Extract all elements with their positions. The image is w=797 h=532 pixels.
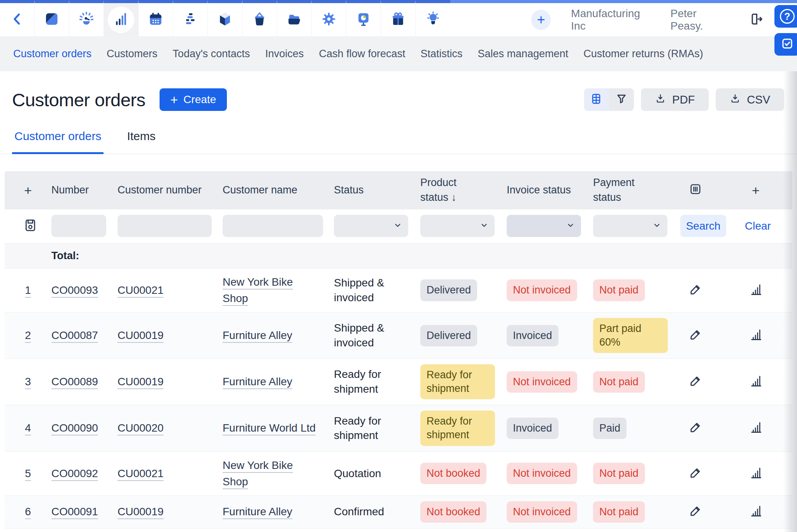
edit-order-button[interactable]: [672, 374, 719, 390]
row-index-link[interactable]: 2: [25, 327, 31, 344]
column-header-product-status[interactable]: Product status ↓: [420, 176, 483, 205]
app-tab-home[interactable]: [35, 0, 69, 36]
edit-order-button[interactable]: [672, 282, 719, 298]
column-header-customer-name[interactable]: Customer name: [215, 183, 326, 198]
status-filter-select[interactable]: [334, 215, 408, 237]
appbar-right-area: + Manufacturing Inc Peter Peasy.: [450, 0, 797, 36]
app-tab-settings[interactable]: [312, 0, 346, 36]
invoice-status-badge: Not invoiced: [507, 463, 577, 484]
nav-item-sales-management[interactable]: Sales management: [478, 48, 569, 60]
nav-item-invoices[interactable]: Invoices: [265, 48, 304, 60]
customer-name-link[interactable]: New York Bike Shop: [223, 274, 295, 307]
pencil-icon: [688, 420, 703, 436]
table-view-button[interactable]: [584, 88, 609, 111]
workspace-name[interactable]: Manufacturing Inc: [571, 7, 655, 32]
add-column-button[interactable]: +: [719, 183, 792, 198]
row-index-link[interactable]: 5: [25, 465, 31, 482]
nav-item-today-s-contacts[interactable]: Today's contacts: [173, 48, 250, 60]
table-row: 4 CO00090 CU00020 Furniture World Ltd Re…: [5, 405, 792, 451]
app-tab-documents[interactable]: [277, 0, 312, 36]
user-name[interactable]: Peter Peasy.: [671, 7, 730, 32]
edit-order-button[interactable]: [672, 465, 719, 482]
nav-item-customer-returns-rmas-[interactable]: Customer returns (RMAs): [583, 48, 703, 60]
customer-number-link[interactable]: CU00021: [118, 465, 163, 482]
row-index-link[interactable]: 6: [25, 504, 31, 520]
todo-button[interactable]: [774, 33, 797, 56]
filter-view-button[interactable]: [609, 88, 634, 111]
edit-order-button[interactable]: [672, 420, 719, 436]
customer-number-link[interactable]: CU00019: [118, 374, 163, 390]
total-row: Total:: [5, 243, 792, 268]
payment-status-filter-select[interactable]: [593, 215, 667, 237]
logout-button[interactable]: [748, 11, 764, 28]
number-filter-input[interactable]: [51, 215, 106, 237]
customer-name-link[interactable]: Furniture World Ltd: [223, 420, 316, 436]
add-workspace-button[interactable]: +: [531, 10, 551, 30]
order-number-link[interactable]: CO00093: [51, 282, 98, 298]
customer-name-link[interactable]: Furniture Alley: [223, 327, 292, 344]
app-tab-purchases[interactable]: [242, 0, 277, 36]
nav-item-customers[interactable]: Customers: [107, 48, 158, 60]
invoice-status-filter-select[interactable]: [507, 215, 581, 237]
app-tab-rewards[interactable]: [381, 0, 416, 36]
app-tab-presentations[interactable]: [346, 0, 381, 36]
customer-number-link[interactable]: CU00020: [118, 420, 163, 436]
column-header-status[interactable]: Status: [326, 183, 413, 198]
customer-name-link[interactable]: Furniture Alley: [223, 374, 292, 390]
module-nav: Customer ordersCustomersToday's contacts…: [0, 36, 797, 71]
order-report-button[interactable]: [719, 504, 792, 520]
payment-status-badge: Not paid: [593, 463, 645, 484]
order-number-link[interactable]: CO00092: [51, 465, 98, 482]
column-header-payment-status[interactable]: Payment status: [593, 176, 655, 205]
order-number-link[interactable]: CO00089: [51, 374, 98, 390]
clear-filters-link[interactable]: Clear: [719, 220, 792, 232]
order-report-button[interactable]: [719, 465, 792, 482]
customer-number-link[interactable]: CU00019: [118, 327, 163, 344]
help-button[interactable]: ?: [774, 5, 797, 28]
customer-number-link[interactable]: CU00021: [118, 282, 163, 298]
app-tab-dashboard[interactable]: [69, 0, 104, 36]
column-header-number[interactable]: Number: [44, 183, 110, 198]
row-index-link[interactable]: 3: [25, 374, 31, 390]
add-row-button[interactable]: +: [5, 183, 44, 198]
edit-order-button[interactable]: [672, 327, 719, 344]
app-tab-ideas[interactable]: [416, 0, 450, 36]
product-status-filter-select[interactable]: [420, 215, 495, 237]
invoice-status-badge: Not invoiced: [507, 279, 577, 301]
app-tab-tasks[interactable]: [173, 0, 208, 36]
order-report-button[interactable]: [719, 282, 792, 298]
create-button[interactable]: + Create: [160, 88, 227, 111]
customer-number-filter-input[interactable]: [118, 215, 212, 237]
app-tab-reports[interactable]: [104, 0, 139, 36]
settings-gear-icon: [320, 11, 337, 29]
nav-item-cash-flow-forecast[interactable]: Cash flow forecast: [319, 48, 405, 60]
order-report-button[interactable]: [719, 327, 792, 344]
order-number-link[interactable]: CO00087: [51, 327, 98, 344]
order-number-link[interactable]: CO00091: [51, 504, 98, 520]
customer-number-link[interactable]: CU00019: [118, 504, 163, 520]
columns-settings-button[interactable]: [672, 182, 719, 199]
tab-customer-orders[interactable]: Customer orders: [12, 130, 104, 154]
nav-item-customer-orders[interactable]: Customer orders: [13, 48, 91, 60]
column-header-customer-number[interactable]: Customer number: [110, 183, 215, 198]
csv-export-button[interactable]: CSV: [716, 88, 784, 111]
edit-order-button[interactable]: [672, 504, 719, 520]
order-status-text: Ready for shipment: [326, 367, 388, 397]
tab-items[interactable]: Items: [125, 130, 158, 154]
row-index-link[interactable]: 1: [25, 282, 31, 298]
app-tab-calendar[interactable]: [139, 0, 173, 36]
pdf-export-button[interactable]: PDF: [641, 88, 709, 111]
order-number-link[interactable]: CO00090: [51, 420, 98, 436]
save-filter-button[interactable]: [5, 218, 44, 235]
customer-name-filter-input[interactable]: [223, 215, 323, 237]
customer-name-link[interactable]: Furniture Alley: [223, 504, 292, 520]
order-report-button[interactable]: [719, 374, 792, 390]
app-tab-products[interactable]: [208, 0, 242, 36]
row-index-link[interactable]: 4: [25, 420, 31, 436]
back-button[interactable]: [0, 0, 35, 36]
nav-item-statistics[interactable]: Statistics: [421, 48, 463, 60]
customer-name-link[interactable]: New York Bike Shop: [223, 457, 295, 490]
column-header-invoice-status[interactable]: Invoice status: [499, 183, 585, 198]
order-report-button[interactable]: [719, 420, 792, 436]
view-toggle: [584, 88, 634, 111]
